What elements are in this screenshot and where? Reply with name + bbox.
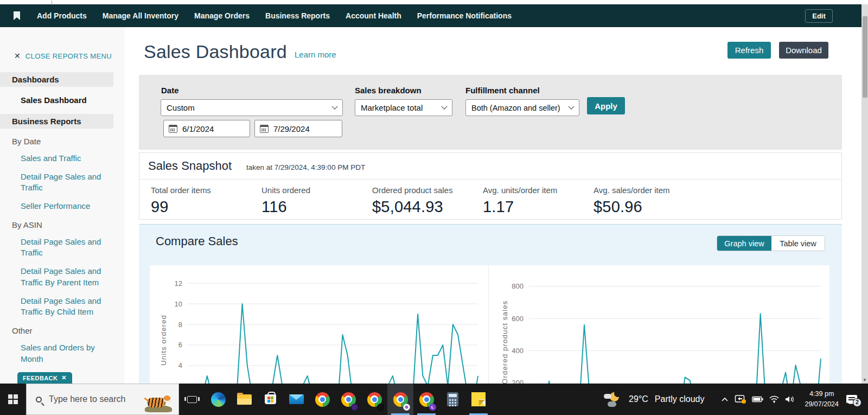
nav-menu: Add Products Manage All Inventory Manage…: [37, 11, 512, 20]
metric-label: Total order items: [151, 186, 259, 195]
metric-units-ordered: Units ordered 116: [261, 186, 370, 216]
chrome-button-4-active[interactable]: [387, 384, 413, 415]
calendar-icon[interactable]: [260, 125, 269, 133]
sidebar-item-seller-performance[interactable]: Seller Performance: [21, 201, 107, 212]
show-hidden-icons-chevron[interactable]: [720, 397, 729, 402]
refresh-button[interactable]: Refresh: [727, 42, 771, 59]
chevron-down-icon: [331, 103, 337, 109]
calendar-icon[interactable]: [169, 125, 177, 133]
graph-view-button[interactable]: Graph view: [717, 236, 771, 251]
svg-text:8: 8: [178, 321, 182, 329]
wifi-icon[interactable]: [769, 395, 780, 403]
svg-text:600: 600: [512, 315, 524, 323]
weather-icon: [604, 392, 622, 407]
edit-button[interactable]: Edit: [805, 9, 833, 23]
notification-count-badge: 2: [853, 398, 861, 407]
feedback-label: FEEDBACK: [23, 375, 58, 381]
sales-breakdown-select[interactable]: Marketplace total: [355, 99, 452, 116]
chrome-button-1[interactable]: [309, 384, 335, 415]
scrollbar-down-arrow[interactable]: ▼: [861, 376, 868, 384]
display-notification-icon[interactable]: [735, 394, 746, 404]
sidebar-item-sales-dashboard[interactable]: Sales Dashboard: [21, 95, 125, 105]
tray-icons: [720, 394, 796, 404]
sidebar-item-detail-page-sales-traffic-asin[interactable]: Detail Page Sales and Traffic: [21, 237, 107, 259]
battery-icon[interactable]: [752, 396, 763, 403]
sales-breakdown-label: Sales breakdown: [355, 86, 422, 95]
task-view-button[interactable]: [179, 384, 205, 415]
action-center-button[interactable]: 2: [846, 395, 857, 404]
nav-item-account-health[interactable]: Account Health: [346, 11, 401, 20]
nav-item-business-reports[interactable]: Business Reports: [265, 11, 330, 20]
volume-icon[interactable]: [785, 395, 796, 403]
filter-panel: Date Custom 6/1/2024 7/29/2024 Sales bre…: [139, 75, 842, 150]
date-from-field[interactable]: 6/1/2024: [163, 120, 250, 137]
apply-button[interactable]: Apply: [587, 97, 625, 114]
system-tray: 29°C Partly cloudy 4:39 pm 29/07/2024 2: [596, 384, 868, 415]
scrollbar-thumb[interactable]: [863, 16, 867, 98]
feedback-button[interactable]: FEEDBACK ✕: [17, 372, 72, 384]
chevron-down-icon: [441, 103, 447, 109]
chrome-button-3[interactable]: [361, 384, 387, 415]
chrome-profile-badge: [377, 404, 384, 411]
chrome-button-5[interactable]: L: [413, 384, 439, 415]
date-range-select[interactable]: Custom: [161, 99, 343, 116]
sales-breakdown-value: Marketplace total: [361, 103, 423, 112]
calculator-icon: [447, 392, 458, 406]
compare-sales-title: Compare Sales: [156, 234, 238, 248]
sidebar-item-detail-page-sales-traffic[interactable]: Detail Page Sales and Traffic: [21, 171, 107, 194]
svg-text:800: 800: [512, 282, 524, 290]
nav-item-manage-orders[interactable]: Manage Orders: [194, 11, 250, 20]
fulfillment-channel-select[interactable]: Both (Amazon and seller): [465, 99, 579, 116]
start-button[interactable]: [0, 384, 26, 415]
date-filter-label: Date: [161, 86, 179, 95]
metric-label: Avg. sales/order item: [593, 186, 702, 195]
metric-value: $5,044.93: [372, 198, 481, 216]
view-toggle: Graph view Table view: [717, 235, 825, 251]
taskbar-search-box[interactable]: Type here to search: [26, 384, 179, 415]
taskbar-clock[interactable]: 4:39 pm 29/07/2024: [805, 389, 839, 410]
tiger-search-graphic[interactable]: [143, 387, 174, 412]
metric-value: $50.96: [593, 198, 702, 216]
close-reports-menu[interactable]: ✕ CLOSE REPORTS MENU: [14, 52, 125, 60]
date-to-field[interactable]: 7/29/2024: [254, 120, 342, 137]
weather-widget[interactable]: 29°C Partly cloudy: [596, 384, 712, 415]
clock-date: 29/07/2024: [805, 399, 839, 410]
search-icon: [36, 397, 42, 403]
learn-more-link[interactable]: Learn more: [295, 50, 336, 59]
metric-avg-sales-order-item: Avg. sales/order item $50.96: [593, 186, 702, 216]
sidebar-group-by-date: By Date: [12, 137, 125, 146]
edge-taskbar-button[interactable]: [205, 384, 231, 415]
metric-ordered-product-sales: Ordered product sales $5,044.93: [372, 186, 481, 216]
sticky-notes-button[interactable]: [465, 384, 492, 415]
sidebar-item-sales-and-orders-by-month[interactable]: Sales and Orders by Month: [21, 342, 107, 365]
bookmark-icon[interactable]: [14, 11, 20, 20]
nav-item-add-products[interactable]: Add Products: [37, 11, 87, 20]
close-icon: ✕: [14, 52, 21, 60]
action-center-lines: [848, 397, 855, 398]
chrome-button-2[interactable]: [335, 384, 361, 415]
table-view-button[interactable]: Table view: [771, 236, 825, 251]
nav-item-manage-all-inventory[interactable]: Manage All Inventory: [103, 11, 178, 20]
download-button[interactable]: Download: [779, 42, 828, 59]
task-view-icon: [187, 396, 197, 403]
metric-label: Ordered product sales: [372, 186, 481, 195]
calculator-button[interactable]: [439, 384, 465, 415]
fulfillment-channel-value: Both (Amazon and seller): [471, 104, 560, 112]
date-to-value: 7/29/2024: [273, 124, 310, 133]
svg-text:4: 4: [178, 361, 182, 369]
svg-text:12: 12: [174, 279, 182, 288]
svg-text:6: 6: [178, 341, 182, 349]
feedback-close-icon[interactable]: ✕: [61, 374, 67, 381]
nav-item-performance-notifications[interactable]: Performance Notifications: [417, 11, 512, 20]
page-scrollbar[interactable]: ▼: [861, 4, 868, 384]
sidebar-item-detail-page-child-item[interactable]: Detail Page Sales and Traffic By Child I…: [21, 296, 107, 318]
svg-text:Units ordered: Units ordered: [159, 315, 168, 366]
screen: Add Products Manage All Inventory Manage…: [0, 0, 868, 415]
metric-value: 1.17: [483, 198, 591, 216]
microsoft-store-button[interactable]: [257, 384, 283, 415]
file-explorer-button[interactable]: [231, 384, 257, 415]
chrome-icon: [315, 392, 330, 407]
sidebar-item-sales-and-traffic[interactable]: Sales and Traffic: [21, 153, 107, 164]
sidebar-item-detail-page-parent-item[interactable]: Detail Page Sales and Traffic By Parent …: [21, 266, 107, 288]
mail-button[interactable]: [283, 384, 309, 415]
